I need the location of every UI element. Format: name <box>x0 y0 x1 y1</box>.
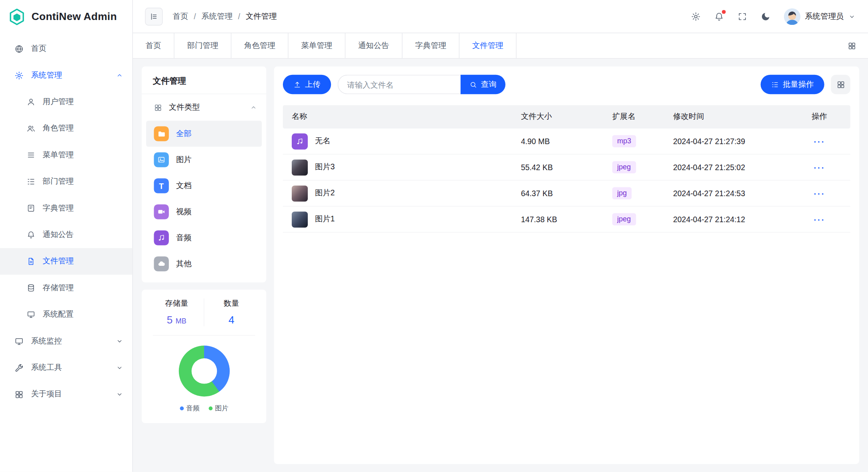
users-icon <box>26 124 35 133</box>
user-menu[interactable]: 系统管理员 <box>784 8 856 24</box>
table-row[interactable]: 图片1 147.38 KB jpeg 2024-04-27 21:24:12 ·… <box>283 207 850 233</box>
sidebar-item-file-mgmt[interactable]: 文件管理 <box>0 248 132 275</box>
sidebar-item-dept-mgmt[interactable]: 部门管理 <box>0 169 132 195</box>
sidebar-item-label: 系统管理 <box>31 70 108 80</box>
notifications-button[interactable] <box>714 11 724 21</box>
table-header-row: 名称 文件大小 扩展名 修改时间 操作 <box>283 105 850 129</box>
file-size: 64.37 KB <box>521 189 612 198</box>
sidebar-item-storage-mgmt[interactable]: 存储管理 <box>0 275 132 301</box>
topbar-actions: 系统管理员 <box>691 8 856 24</box>
page-content: 文件管理 文件类型 全部 图片 <box>133 59 868 472</box>
file-type-image[interactable]: 图片 <box>146 147 262 173</box>
row-more-button[interactable]: ··· <box>812 189 826 198</box>
sidebar-item-system-config[interactable]: 系统配置 <box>0 301 132 328</box>
book-icon <box>26 204 35 213</box>
tab-notice[interactable]: 通知公告 <box>345 33 402 58</box>
settings-button[interactable] <box>691 11 701 21</box>
table-row[interactable]: 图片2 64.37 KB jpg 2024-04-27 21:24:53 ··· <box>283 181 850 207</box>
tab-dept-mgmt[interactable]: 部门管理 <box>174 33 231 58</box>
sidebar-item-dict-mgmt[interactable]: 字典管理 <box>0 195 132 221</box>
home-icon <box>14 44 24 54</box>
tab-role-mgmt[interactable]: 角色管理 <box>231 33 288 58</box>
file-name: 图片2 <box>315 188 335 198</box>
toolbar: 上传 查询 批量操作 <box>283 75 850 94</box>
tab-home[interactable]: 首页 <box>133 33 174 58</box>
chevron-down-icon <box>116 337 123 345</box>
row-more-button[interactable]: ··· <box>812 137 826 146</box>
table-row[interactable]: 图片3 55.42 KB jpeg 2024-04-27 21:25:02 ··… <box>283 155 850 181</box>
sidebar-item-label: 字典管理 <box>43 203 124 213</box>
image-icon <box>154 152 169 167</box>
file-table: 名称 文件大小 扩展名 修改时间 操作 无名 4.90 MB mp3 202 <box>283 105 850 233</box>
sidebar-item-menu-mgmt[interactable]: 菜单管理 <box>0 142 132 168</box>
file-type-all[interactable]: 全部 <box>146 121 262 147</box>
file-modified: 2024-04-27 21:24:53 <box>673 189 812 198</box>
row-more-button[interactable]: ··· <box>812 215 826 224</box>
app-root: ContiNew Admin 首页 系统管理 用户管理 角色管理 <box>0 0 868 472</box>
file-size: 4.90 MB <box>521 137 612 146</box>
file-name: 图片3 <box>315 162 335 172</box>
header-size: 文件大小 <box>521 112 612 122</box>
file-type-audio[interactable]: 音频 <box>146 225 262 251</box>
monitor-icon <box>26 310 35 319</box>
search-button[interactable]: 查询 <box>461 75 505 94</box>
sidebar-item-label: 文件管理 <box>43 256 124 266</box>
file-type-other[interactable]: 其他 <box>146 251 262 277</box>
grid-icon <box>154 103 162 112</box>
menu-lines-icon <box>26 151 35 159</box>
row-more-button[interactable]: ··· <box>812 163 826 172</box>
tab-file-mgmt[interactable]: 文件管理 <box>459 33 516 58</box>
count-stat: 数量 4 <box>204 299 259 326</box>
breadcrumb-system-mgmt[interactable]: 系统管理 <box>201 11 232 21</box>
grid-icon <box>848 41 856 50</box>
tree-list-icon <box>26 177 35 186</box>
file-type-label: 文档 <box>176 181 192 191</box>
storage-donut-chart <box>178 345 229 396</box>
sidebar-item-system-monitor[interactable]: 系统监控 <box>0 328 132 354</box>
sidebar-item-notice[interactable]: 通知公告 <box>0 221 132 248</box>
table-row[interactable]: 无名 4.90 MB mp3 2024-04-27 21:27:39 ··· <box>283 129 850 155</box>
sidebar-item-label: 系统工具 <box>31 363 108 373</box>
storage-stat: 存储量 5 MB <box>149 299 204 326</box>
sidebar-item-about[interactable]: 关于项目 <box>0 381 132 408</box>
sidebar-item-system-tools[interactable]: 系统工具 <box>0 354 132 381</box>
tab-actions-button[interactable] <box>842 36 861 55</box>
fullscreen-button[interactable] <box>738 11 748 21</box>
sidebar-item-user-mgmt[interactable]: 用户管理 <box>0 88 132 115</box>
file-type-label: 图片 <box>176 155 192 165</box>
file-modified: 2024-04-27 21:27:39 <box>673 137 812 146</box>
menu-fold-icon <box>149 12 158 21</box>
sidebar-item-home[interactable]: 首页 <box>0 36 132 62</box>
file-type-video[interactable]: 视频 <box>146 199 262 225</box>
sidebar-item-system-mgmt[interactable]: 系统管理 <box>0 62 132 88</box>
ext-badge: mp3 <box>612 135 636 147</box>
sidebar-item-label: 部门管理 <box>43 177 124 187</box>
sidebar-collapse-button[interactable] <box>145 8 162 25</box>
tab-dict-mgmt[interactable]: 字典管理 <box>403 33 459 58</box>
dark-mode-toggle[interactable] <box>761 11 771 21</box>
upload-button[interactable]: 上传 <box>283 75 331 94</box>
bell-icon <box>26 230 35 239</box>
storage-label: 存储量 <box>149 299 204 309</box>
breadcrumb-home[interactable]: 首页 <box>173 11 188 21</box>
header-modified: 修改时间 <box>673 112 812 122</box>
grid-view-toggle[interactable] <box>831 75 850 94</box>
chevron-up-icon <box>116 71 123 79</box>
batch-actions-button[interactable]: 批量操作 <box>761 75 824 94</box>
sidebar-item-label: 用户管理 <box>43 97 124 107</box>
file-type-doc[interactable]: 文档 <box>146 173 262 199</box>
search-input[interactable] <box>338 75 461 94</box>
file-modified: 2024-04-27 21:24:12 <box>673 215 812 224</box>
chevron-down-icon <box>116 390 123 398</box>
sidebar-item-role-mgmt[interactable]: 角色管理 <box>0 115 132 142</box>
image-thumbnail <box>292 211 308 227</box>
music-file-icon <box>292 133 308 149</box>
tab-menu-mgmt[interactable]: 菜单管理 <box>289 33 345 58</box>
user-name: 系统管理员 <box>805 11 844 21</box>
app-logo[interactable]: ContiNew Admin <box>0 0 132 33</box>
page-tabs: 首页 部门管理 角色管理 菜单管理 通知公告 字典管理 文件管理 <box>133 33 868 59</box>
monitor-icon <box>14 336 24 346</box>
file-type-group-toggle[interactable]: 文件类型 <box>142 94 266 121</box>
header-name: 名称 <box>283 112 521 122</box>
search-group: 查询 <box>338 75 505 94</box>
